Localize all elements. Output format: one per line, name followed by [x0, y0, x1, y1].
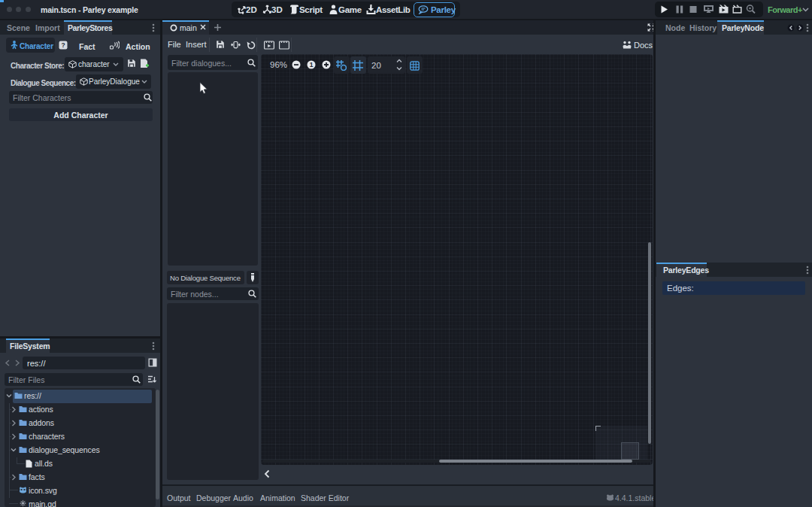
svg-text:1: 1	[310, 61, 314, 68]
svg-text:?: ?	[61, 41, 65, 49]
